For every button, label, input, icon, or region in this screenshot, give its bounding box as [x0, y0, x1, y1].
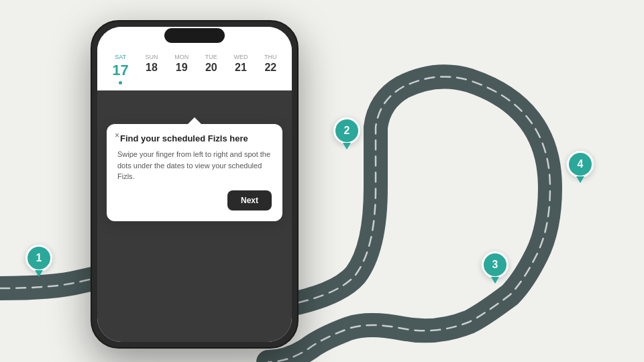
calendar-dot-sat — [119, 81, 122, 84]
phone-mockup: SAT 17 SUN 18 MON 19 TUE 20 WED — [91, 20, 299, 349]
pin-number-3: 3 — [482, 251, 508, 278]
map-pin-1: 1 — [25, 245, 52, 277]
pin-number-1: 1 — [25, 245, 52, 272]
calendar-day-sun: SUN 18 — [145, 54, 158, 74]
next-button[interactable]: Next — [227, 190, 272, 210]
calendar-day-sat: SAT 17 — [112, 54, 128, 84]
map-pin-3: 3 — [482, 251, 508, 284]
phone-screen: SAT 17 SUN 18 MON 19 TUE 20 WED — [97, 27, 292, 342]
map-pin-2: 2 — [333, 117, 360, 149]
pin-tail-1 — [35, 270, 43, 277]
close-icon[interactable]: × — [115, 131, 119, 140]
calendar-day-thu: THU 22 — [264, 54, 277, 74]
calendar-day-mon: MON 19 — [174, 54, 189, 74]
tooltip-popup: × Find your scheduled Fizls here Swipe y… — [107, 124, 282, 221]
pin-tail-4 — [576, 176, 584, 183]
phone-notch — [164, 28, 225, 43]
map-pin-4: 4 — [567, 151, 594, 183]
pin-tail-3 — [491, 277, 499, 284]
popup-title: Find your scheduled Fizls here — [117, 133, 272, 143]
popup-body: Swipe your finger from left to right and… — [117, 149, 272, 182]
calendar-day-wed: WED 21 — [233, 54, 248, 74]
pin-number-4: 4 — [567, 151, 594, 178]
pin-tail-2 — [343, 143, 351, 149]
pin-number-2: 2 — [333, 117, 360, 144]
calendar-day-tue: TUE 20 — [205, 54, 217, 74]
